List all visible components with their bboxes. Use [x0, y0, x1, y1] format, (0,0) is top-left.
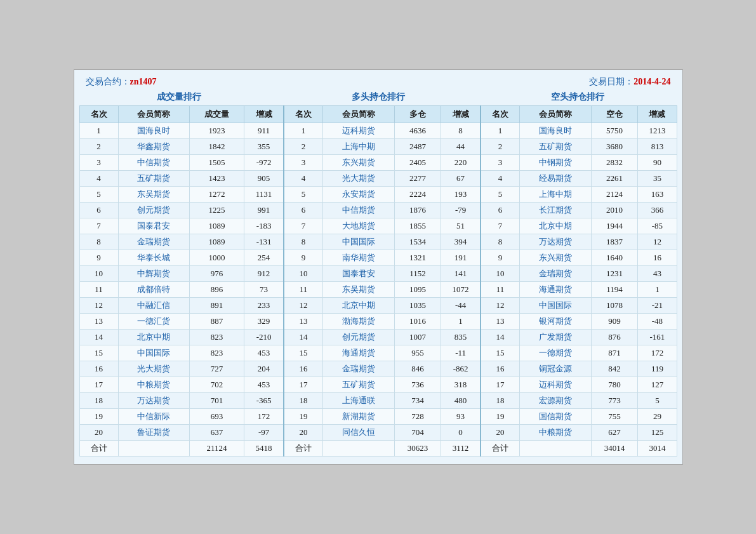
table-cell: 835 [441, 330, 481, 345]
table-cell: 19 [284, 409, 323, 425]
table-cell: 823 [189, 345, 244, 361]
table-cell: 5750 [591, 123, 638, 139]
table-cell: 891 [189, 298, 244, 314]
footer-cell: 5418 [244, 441, 284, 457]
table-cell: 上海通联 [323, 393, 394, 409]
table-cell: 955 [394, 345, 441, 361]
table-cell: 704 [394, 425, 441, 441]
table-cell: -79 [441, 203, 481, 218]
footer-cell [118, 441, 189, 457]
table-cell: 51 [441, 218, 481, 234]
table-row: 1国海良时19239111迈科期货463681国海良时57501213 [79, 123, 677, 139]
table-cell: 1534 [394, 234, 441, 250]
table-cell: 172 [244, 409, 284, 425]
table-cell: 15 [79, 345, 118, 361]
table-cell: 银河期货 [520, 314, 591, 330]
table-row: 17中粮期货70245317五矿期货73631817迈科期货780127 [79, 377, 677, 393]
table-cell: 五矿期货 [118, 171, 189, 187]
table-cell: 10 [79, 266, 118, 282]
table-cell: 6 [284, 203, 323, 218]
table-cell: 1 [481, 123, 520, 139]
top-header: 交易合约：zn1407 交易日期：2014-4-24 [79, 76, 677, 88]
date-info: 交易日期：2014-4-24 [589, 76, 670, 88]
table-cell: 中信期货 [118, 155, 189, 171]
table-cell: 5 [638, 393, 677, 409]
table-cell: 18 [79, 393, 118, 409]
table-cell: 中粮期货 [520, 425, 591, 441]
col-change-1: 增减 [244, 106, 284, 123]
col-short: 空仓 [591, 106, 638, 123]
table-cell: 233 [244, 298, 284, 314]
table-cell: 2 [481, 139, 520, 155]
table-cell: 2487 [394, 139, 441, 155]
table-cell: 1035 [394, 298, 441, 314]
table-cell: 上海中期 [323, 139, 394, 155]
table-cell: 1131 [244, 187, 284, 203]
table-cell: 480 [441, 393, 481, 409]
table-cell: 1231 [591, 266, 638, 282]
col-rank-3: 名次 [481, 106, 520, 123]
table-cell: 1640 [591, 250, 638, 266]
table-cell: -85 [638, 218, 677, 234]
long-section-title: 多头持仓排行 [279, 91, 478, 103]
col-change-2: 增减 [441, 106, 481, 123]
table-cell: 10 [284, 266, 323, 282]
table-cell: 17 [284, 377, 323, 393]
table-cell: 中信期货 [323, 203, 394, 218]
table-row: 5东吴期货127211315永安期货22241935上海中期2124163 [79, 187, 677, 203]
table-cell: 842 [591, 361, 638, 377]
table-cell: -48 [638, 314, 677, 330]
table-cell: 2261 [591, 171, 638, 187]
table-row: 8金瑞期货1089-1318中国国际15343948万达期货183712 [79, 234, 677, 250]
table-cell: 813 [638, 139, 677, 155]
footer-cell: 合计 [481, 441, 520, 457]
table-cell: 44 [441, 139, 481, 155]
table-cell: 2277 [394, 171, 441, 187]
table-cell: 1 [79, 123, 118, 139]
table-cell: 金瑞期货 [118, 234, 189, 250]
table-cell: 4 [284, 171, 323, 187]
table-cell: 16 [284, 361, 323, 377]
footer-cell: 21124 [189, 441, 244, 457]
footer-row: 合计211245418合计306233112合计340143014 [79, 441, 677, 457]
table-cell: 20 [481, 425, 520, 441]
table-cell: 11 [481, 282, 520, 298]
table-cell: 北京中期 [118, 330, 189, 345]
table-cell: 13 [481, 314, 520, 330]
table-cell: 193 [441, 187, 481, 203]
table-cell: 广发期货 [520, 330, 591, 345]
table-cell: 7 [284, 218, 323, 234]
table-cell: 五矿期货 [323, 377, 394, 393]
short-section-title: 空头持仓排行 [478, 91, 677, 103]
table-cell: 16 [481, 361, 520, 377]
table-cell: 16 [638, 250, 677, 266]
footer-cell [323, 441, 394, 457]
table-cell: 万达期货 [520, 234, 591, 250]
table-cell: 2405 [394, 155, 441, 171]
table-cell: 永安期货 [323, 187, 394, 203]
table-row: 15中国国际82345315海通期货955-1115一德期货871172 [79, 345, 677, 361]
table-cell: 中辉期货 [118, 266, 189, 282]
main-table: 名次 会员简称 成交量 增减 名次 会员简称 多仓 增减 名次 会员简称 空仓 … [79, 105, 677, 457]
table-row: 6创元期货12259916中信期货1876-796长江期货2010366 [79, 203, 677, 218]
table-row: 19中信新际69317219新湖期货7289319国信期货75529 [79, 409, 677, 425]
table-cell: 163 [638, 187, 677, 203]
table-cell: 13 [284, 314, 323, 330]
contract-info: 交易合约：zn1407 [86, 76, 157, 88]
table-row: 14北京中期823-21014创元期货100783514广发期货876-161 [79, 330, 677, 345]
table-cell: 海通期货 [520, 282, 591, 298]
table-cell: 12 [79, 298, 118, 314]
table-cell: 6 [481, 203, 520, 218]
table-cell: 大地期货 [323, 218, 394, 234]
table-cell: 1272 [189, 187, 244, 203]
table-cell: -862 [441, 361, 481, 377]
table-cell: 976 [189, 266, 244, 282]
table-row: 10中辉期货97691210国泰君安115214110金瑞期货123143 [79, 266, 677, 282]
table-cell: 光大期货 [323, 171, 394, 187]
table-row: 11成都倍特8967311东吴期货1095107211海通期货11941 [79, 282, 677, 298]
table-cell: 1225 [189, 203, 244, 218]
table-cell: 20 [284, 425, 323, 441]
table-cell: 9 [79, 250, 118, 266]
table-cell: 南华期货 [323, 250, 394, 266]
table-cell: 8 [79, 234, 118, 250]
